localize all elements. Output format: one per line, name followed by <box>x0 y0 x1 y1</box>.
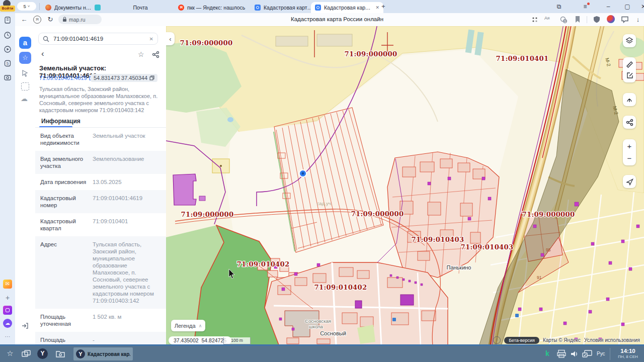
refresh-icon[interactable]: ↻ <box>45 15 55 25</box>
clock[interactable]: 14:10 ПН, 8 СЕН <box>615 347 641 359</box>
cadastral-label: 71:09:010402 <box>314 284 367 291</box>
beta-badge[interactable]: Бета-версия <box>504 337 539 344</box>
ruler-icon[interactable] <box>626 61 633 68</box>
table-row: Дата присвоения13.05.2025 <box>35 174 166 190</box>
cadastral-label: 71:09:000000 <box>181 211 233 218</box>
cadastral-label: 71:09:000000 <box>522 211 575 218</box>
taskbar: ☆ Y Y Кадастровая кар... k Рус 14:10 ПН,… <box>0 346 644 362</box>
yandex-disk-icon[interactable]: ☁ <box>3 319 12 328</box>
tab-cadastral-2-active[interactable]: Кадастровая карта Ро ✕ <box>311 2 383 13</box>
tab-pkk[interactable]: Я пкк — Яндекс: нашлось <box>174 2 258 13</box>
active-window-task[interactable]: Y Кадастровая кар... <box>73 347 133 360</box>
tab-cadastral-1[interactable]: Кадастровая карта Росс <box>251 2 318 13</box>
cadastral-label: 71:09:010403 <box>411 236 464 243</box>
divider <box>587 16 587 23</box>
chevron-up-icon: ∧ <box>199 323 202 328</box>
cadastral-label: 71:09:000000 <box>351 210 404 218</box>
panel-back-button[interactable]: ‹ <box>41 49 44 58</box>
map-attribution: Карты © Яндекс <box>543 337 581 343</box>
protect-shield-icon[interactable] <box>593 16 601 25</box>
table-row: АдресТульская область, Заокский район, м… <box>35 236 166 309</box>
bookmark-flag-icon[interactable] <box>575 16 581 25</box>
zoom-in-button[interactable]: + <box>627 140 632 152</box>
start-star-icon[interactable]: ☆ <box>5 349 15 359</box>
side-panel-icon[interactable]: ⧉ <box>553 2 565 12</box>
search-input[interactable] <box>52 35 146 42</box>
terms-link[interactable]: Условия использования <box>584 337 640 343</box>
area-select-icon[interactable] <box>21 82 29 90</box>
clear-search-icon[interactable]: ✕ <box>149 36 153 42</box>
copy-icon[interactable] <box>149 75 154 80</box>
table-row: Вид объекта недвижимостиЗемельный участо… <box>35 128 166 151</box>
volume-tray-icon[interactable] <box>570 349 580 359</box>
add-service-icon[interactable]: + <box>3 293 12 302</box>
address-bar[interactable]: map.ru <box>58 15 102 24</box>
yandex-mail-icon[interactable]: ✉ <box>3 280 12 289</box>
close-button[interactable]: ✕ <box>638 2 644 12</box>
tab-count-icon[interactable]: 5 <box>3 59 12 68</box>
back-icon[interactable]: ← <box>19 15 29 25</box>
tab-mail[interactable]: Почта <box>91 2 181 13</box>
notifications-icon[interactable]: ≡ <box>580 2 591 12</box>
tab-information[interactable]: Информация <box>41 118 80 125</box>
tabs-panel-icon[interactable] <box>3 16 12 25</box>
printer-tray-icon[interactable] <box>556 349 567 359</box>
telemost-icon[interactable] <box>3 306 12 315</box>
favorites-active-button[interactable]: ☆ <box>19 52 31 64</box>
close-tab-icon[interactable]: ✕ <box>375 5 379 10</box>
chat-icon[interactable] <box>621 16 629 25</box>
file-manager-icon[interactable] <box>55 349 65 359</box>
yandex-home-icon[interactable]: Я <box>33 16 41 24</box>
info-table: Вид объекта недвижимостиЗемельный участо… <box>35 128 166 344</box>
yandex-browser-taskbar-icon[interactable]: Y <box>37 348 48 359</box>
collapse-panel-button[interactable]: ‹ <box>166 32 175 45</box>
screenshot-icon[interactable] <box>3 73 12 82</box>
edit-icon[interactable] <box>626 71 633 79</box>
cadastral-number-chip[interactable]: 71:09:010401:4619 <box>39 75 94 81</box>
more-icon[interactable]: ⋯ <box>3 332 12 341</box>
map-favicon <box>255 5 261 11</box>
share-button[interactable] <box>152 51 159 60</box>
favorite-star-button[interactable]: ☆ <box>138 50 144 58</box>
legend-button[interactable]: Легенда ∧ <box>171 320 205 331</box>
window-switcher-icon[interactable] <box>21 349 31 359</box>
share-map-button[interactable] <box>623 116 636 129</box>
passwords-icon[interactable]: 1 <box>559 16 568 26</box>
language-indicator[interactable]: Рус <box>597 351 605 356</box>
login-badge[interactable]: Войти <box>0 6 15 12</box>
search-box[interactable]: ✕ <box>38 33 158 45</box>
chevron-down-icon[interactable]: ˅ <box>28 4 30 9</box>
map-area[interactable]: Панькино Сосновый Сосновская школа сад.у… <box>166 26 644 344</box>
yandex-favicon: Я <box>178 5 184 11</box>
time: 14:10 <box>615 347 641 354</box>
maximize-button[interactable]: ▢ <box>622 2 633 12</box>
parcel-address-summary: Тульская область, Заокский район, муници… <box>39 85 160 114</box>
extensions-icon[interactable] <box>531 16 538 25</box>
cloud-layers-icon[interactable]: ☁ <box>21 95 28 103</box>
place-label-garden: сад.уч. <box>317 201 333 206</box>
layers-button[interactable] <box>623 34 636 47</box>
pointer-tool-icon[interactable] <box>21 69 29 79</box>
new-tab-button[interactable]: + <box>381 3 385 10</box>
display-tray-icon[interactable] <box>582 349 592 359</box>
history-icon[interactable] <box>3 31 12 40</box>
tab-counter[interactable]: 5 <box>24 4 26 9</box>
parcel-number: 91 <box>537 275 542 280</box>
selected-parcel-marker[interactable] <box>299 170 306 177</box>
exit-icon[interactable] <box>21 322 29 332</box>
translate-icon[interactable]: A≡ <box>544 16 549 21</box>
coordinates-chip[interactable]: 54.831473 37.450344 <box>91 74 157 82</box>
zoom-out-button[interactable]: − <box>627 152 632 164</box>
downloads-icon[interactable]: ↓ <box>633 15 643 25</box>
table-row: Кадастровый номер71:09:010401:4619 <box>35 190 166 213</box>
minimize-button[interactable]: – <box>603 2 614 12</box>
map-canvas[interactable]: Панькино Сосновый Сосновская школа сад.у… <box>166 26 644 344</box>
alice-assistant-icon[interactable] <box>607 15 615 23</box>
tab-documents[interactable]: Документы на исполнен <box>41 2 98 13</box>
antivirus-tray-icon[interactable]: k <box>545 349 549 357</box>
site-logo[interactable]: a <box>19 37 31 49</box>
locate-button[interactable] <box>623 175 636 188</box>
video-icon[interactable] <box>3 45 12 54</box>
info-icon[interactable]: i <box>493 336 501 344</box>
upload-button[interactable] <box>623 93 636 106</box>
